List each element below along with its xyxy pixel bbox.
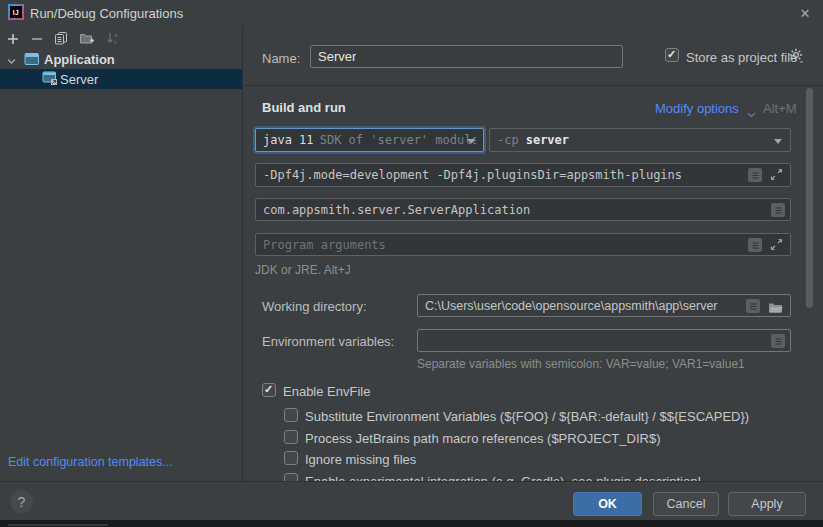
store-as-project-file-label: Store as project file [686,50,797,65]
enable-envfile-checkbox[interactable] [262,383,276,397]
name-value: Server [318,49,356,64]
jdk-module-hint: SDK of 'server' module [320,133,476,147]
tree-item-server[interactable]: Server [0,69,242,89]
macros-list-icon[interactable] [771,203,785,217]
working-directory-label: Working directory: [262,299,367,314]
substitute-env-vars-label: Substitute Environment Variables (${FOO}… [305,409,749,424]
add-icon[interactable] [5,31,21,47]
environment-variables-input[interactable] [417,329,791,352]
background-window-sliver [8,524,108,526]
ok-button[interactable]: OK [573,492,642,516]
process-path-macros-label: Process JetBrains path macro references … [305,431,660,446]
modify-options-shortcut: Alt+M [763,101,797,116]
edit-configuration-templates-link[interactable]: Edit configuration templates... [8,455,173,469]
apply-button[interactable]: Apply [728,492,806,516]
sort-icon[interactable]: a z [105,30,121,46]
cancel-button[interactable]: Cancel [653,492,719,516]
working-directory-input[interactable]: C:\Users\user\code\opensource\appsmith\a… [417,294,791,317]
cp-value: server [526,133,569,147]
scrollbar-thumb[interactable] [806,88,813,308]
gear-icon[interactable] [789,48,804,67]
store-as-project-file-checkbox[interactable] [665,48,679,62]
macros-list-icon[interactable] [748,238,762,252]
main-class-input[interactable]: com.appsmith.server.ServerApplication [255,198,791,221]
browse-variables-icon[interactable] [771,334,785,348]
header-separator [242,85,823,86]
environment-variables-hint: Separate variables with semicolon: VAR=v… [417,357,745,371]
environment-variables-label: Environment variables: [262,334,394,349]
expand-field-icon[interactable] [770,238,783,254]
vm-options-input[interactable]: -Dpf4j.mode=development -Dpf4j.pluginsDi… [255,163,791,187]
classpath-module-combobox[interactable]: -cp server [489,128,791,152]
name-label: Name: [262,51,300,66]
jdk-combobox[interactable]: java 11 SDK of 'server' module [255,128,484,152]
jdk-jre-hint: JDK or JRE. Alt+J [255,263,351,277]
copy-icon[interactable] [53,30,69,46]
chevron-down-icon[interactable] [747,105,756,123]
macros-list-icon[interactable] [746,299,760,313]
new-folder-icon[interactable] [78,30,94,46]
dropdown-arrow-icon[interactable] [774,139,782,144]
run-configuration-icon [42,71,58,90]
tree-group-label: Application [44,52,115,67]
build-and-run-heading: Build and run [262,100,346,115]
svg-text:z: z [114,39,117,45]
remove-icon[interactable] [29,31,45,47]
intellij-logo-text: IJ [10,6,22,18]
svg-text:a: a [114,32,118,38]
name-input[interactable]: Server [310,45,623,68]
main-class-value: com.appsmith.server.ServerApplication [263,203,530,217]
dialog-title: Run/Debug Configurations [30,6,183,21]
modify-options-link[interactable]: Modify options [655,101,739,116]
working-directory-value: C:\Users\user\code\opensource\appsmith\a… [425,299,718,313]
application-icon [24,52,40,70]
intellij-logo-icon: IJ [8,4,24,20]
tree-item-label: Server [60,72,98,87]
process-path-macros-checkbox[interactable] [284,430,298,444]
program-arguments-placeholder: Program arguments [263,238,386,252]
run-debug-configurations-dialog: IJ Run/Debug Configurations ✕ a z [0,0,823,527]
background-strip [0,519,823,527]
program-arguments-input[interactable]: Program arguments [255,233,791,256]
ignore-missing-files-checkbox[interactable] [284,451,298,465]
sidebar-divider [242,26,243,481]
close-icon[interactable]: ✕ [796,4,814,22]
substitute-env-vars-checkbox[interactable] [284,408,298,422]
jdk-value: java 11 [263,133,313,147]
enable-envfile-label: Enable EnvFile [283,384,370,399]
ignore-missing-files-label: Ignore missing files [305,452,416,467]
macros-list-icon[interactable] [748,168,762,182]
dropdown-arrow-icon[interactable] [467,139,475,144]
help-icon[interactable]: ? [10,490,33,513]
vm-options-value: -Dpf4j.mode=development -Dpf4j.pluginsDi… [263,168,682,182]
expand-field-icon[interactable] [770,168,783,184]
cp-prefix: -cp [497,133,519,147]
tree-group-application[interactable]: Application [0,50,242,69]
folder-icon[interactable] [768,300,783,317]
